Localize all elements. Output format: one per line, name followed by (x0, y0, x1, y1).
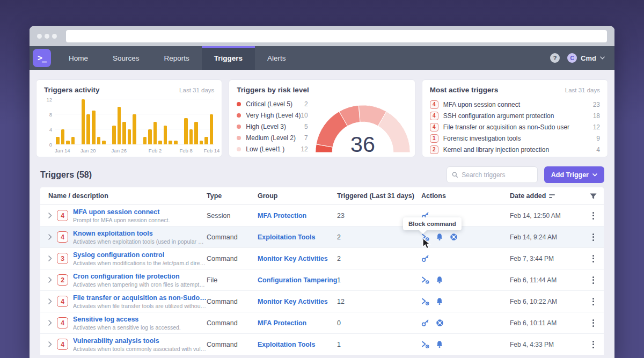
trigger-description: Activates when modifications to the /etc… (73, 260, 207, 266)
search-box[interactable] (447, 166, 538, 183)
table-row[interactable]: 4Vulnerability analysis toolsActivates w… (40, 334, 604, 355)
legend-item: High (Level 3)5 (237, 121, 310, 132)
trigger-group-link[interactable]: MFA Protection (258, 319, 337, 327)
date-added: Feb 4, 4:33 PM (510, 341, 582, 348)
url-bar[interactable] (66, 30, 607, 42)
row-menu-button[interactable] (589, 210, 597, 222)
trigger-count: 23 (593, 101, 600, 108)
trigger-description: Activates when tampering with cron files… (73, 281, 207, 288)
bar (164, 126, 167, 144)
table-row[interactable]: 2Cron configuration file protectionActiv… (40, 269, 604, 291)
trigger-name-link[interactable]: Vulnerability analysis tools (73, 337, 207, 345)
trigger-group-link[interactable]: MFA Protection (258, 212, 337, 220)
trigger-group-link[interactable]: Configuration Tampering (258, 276, 337, 284)
actions-cell (421, 319, 510, 327)
row-menu-button[interactable] (589, 253, 597, 265)
bell-icon[interactable] (436, 297, 443, 305)
nav-item-home[interactable]: Home (56, 46, 100, 70)
trigger-description: Prompt for MFA upon session connect. (73, 217, 170, 223)
key-icon[interactable] (421, 319, 429, 327)
help-icon[interactable]: ? (550, 53, 560, 63)
block-command-icon[interactable] (421, 276, 429, 284)
most-active-item[interactable]: 2Kernel and library injection protection… (430, 144, 600, 155)
trigger-name-link[interactable]: MFA upon session connect (73, 208, 170, 216)
column-header-date-added[interactable]: Date added (510, 192, 582, 200)
legend-count: 2 (304, 100, 310, 108)
risk-level-badge: 4 (57, 339, 68, 350)
most-active-list: 4MFA upon session connect234SSH configur… (430, 99, 600, 155)
sort-icon[interactable] (549, 194, 555, 198)
trigger-name-link[interactable]: Known exploitation tools (73, 230, 207, 237)
nav-item-sources[interactable]: Sources (100, 46, 152, 70)
column-header-group[interactable]: Group (258, 192, 337, 200)
trigger-group-link[interactable]: Monitor Key Activities (258, 298, 337, 305)
most-active-item[interactable]: 4MFA upon session connect23 (430, 99, 600, 110)
window-control-icon[interactable] (52, 34, 57, 39)
bar (174, 141, 178, 144)
trigger-name: Kernel and library injection protection (443, 146, 597, 154)
table-row[interactable]: 4File transfer or acquisition as non-Sud… (40, 291, 604, 312)
bell-icon[interactable] (436, 233, 443, 241)
y-tick-label: 0 (49, 142, 52, 148)
table-row[interactable]: 4MFA upon session connectPrompt for MFA … (40, 205, 604, 227)
bar (122, 122, 126, 144)
table-row[interactable]: 4Sensitive log accessActivates when a se… (40, 312, 604, 334)
legend-label: Critical (Level 5) (246, 100, 304, 108)
most-active-item[interactable]: 1Forensic investigation tools9 (430, 133, 600, 144)
row-menu-button[interactable] (589, 317, 597, 329)
most-active-item[interactable]: 4File transfer or acquisition as non-Sud… (430, 121, 600, 133)
trigger-name-link[interactable]: Syslog configuration control (73, 251, 207, 259)
row-expand-chevron-icon[interactable] (48, 213, 52, 218)
trigger-name-link[interactable]: File transfer or acquisition as non-Sudo… (73, 294, 207, 302)
trigger-name-link[interactable]: Cron configuration file protection (73, 273, 207, 280)
column-header-name[interactable]: Name / description (40, 192, 207, 200)
lifebuoy-icon[interactable] (436, 319, 444, 327)
row-expand-chevron-icon[interactable] (48, 298, 52, 304)
legend-dot-icon (237, 147, 241, 151)
trigger-description: Activates when a sensitive log is access… (73, 324, 181, 331)
column-header-actions: Actions (421, 192, 510, 200)
column-header-triggered[interactable]: Triggered (Last 31 days) (337, 192, 421, 200)
lifebuoy-icon[interactable] (450, 233, 458, 241)
bar (143, 137, 147, 144)
trigger-group-link[interactable]: Exploitation Tools (258, 341, 337, 348)
user-menu[interactable]: C Cmd (567, 53, 605, 63)
row-expand-chevron-icon[interactable] (48, 277, 52, 283)
row-expand-chevron-icon[interactable] (48, 341, 52, 347)
y-tick-label: 4 (49, 127, 52, 133)
block-command-icon[interactable] (421, 297, 429, 305)
block-command-icon[interactable] (421, 340, 429, 348)
bell-icon[interactable] (436, 276, 443, 284)
add-trigger-button[interactable]: Add Trigger (544, 166, 604, 183)
nav-item-reports[interactable]: Reports (152, 46, 202, 70)
x-tick-label: Jan 26 (112, 148, 127, 154)
row-expand-chevron-icon[interactable] (48, 255, 52, 261)
trigger-name-link[interactable]: Sensitive log access (73, 316, 181, 323)
column-header-type[interactable]: Type (207, 192, 258, 200)
row-expand-chevron-icon[interactable] (48, 234, 52, 240)
chevron-down-icon (600, 56, 605, 60)
most-active-item[interactable]: 4SSH configuration argument protection18 (430, 110, 600, 121)
window-control-icon[interactable] (37, 34, 42, 39)
row-menu-button[interactable] (589, 274, 597, 286)
y-tick-label: 12 (46, 97, 52, 103)
nav-item-alerts[interactable]: Alerts (255, 46, 298, 70)
table-row[interactable]: 4Known exploitation toolsActivates when … (40, 227, 604, 248)
row-menu-button[interactable] (589, 231, 597, 243)
risk-level-badge: 2 (57, 274, 68, 286)
table-row[interactable]: 3Syslog configuration controlActivates w… (40, 248, 604, 269)
filter-button[interactable] (582, 193, 604, 200)
row-menu-button[interactable] (589, 339, 597, 350)
window-control-icon[interactable] (45, 34, 49, 39)
bell-icon[interactable] (436, 340, 443, 348)
row-expand-chevron-icon[interactable] (48, 320, 52, 326)
trigger-group-link[interactable]: Monitor Key Activities (258, 255, 337, 262)
app-logo-terminal-icon[interactable]: >_ (33, 49, 51, 67)
legend-dot-icon (237, 136, 241, 140)
search-input[interactable] (462, 171, 532, 179)
row-menu-button[interactable] (589, 296, 597, 308)
trigger-group-link[interactable]: Exploitation Tools (258, 233, 337, 241)
nav-item-triggers[interactable]: Triggers (202, 46, 255, 70)
key-icon[interactable] (421, 254, 429, 262)
bar (210, 114, 214, 144)
